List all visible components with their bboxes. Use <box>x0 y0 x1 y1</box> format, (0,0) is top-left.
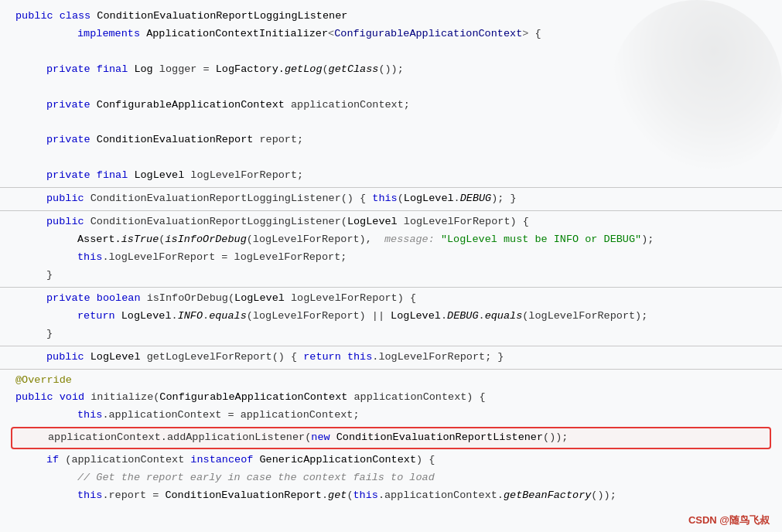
blank-line <box>0 114 782 132</box>
code-line: private boolean isInfoOrDebug(LogLevel l… <box>0 290 782 308</box>
code-line: return LogLevel.INFO.equals(logLevelForR… <box>0 308 782 326</box>
code-line: this.report = ConditionEvaluationReport.… <box>0 487 782 505</box>
keyword: return <box>77 309 121 325</box>
code-line: if (applicationContext instanceof Generi… <box>0 452 782 469</box>
code-line: public LogLevel getLogLevelForReport() {… <box>0 349 782 367</box>
code-container: public class ConditionEvaluationReportLo… <box>0 0 782 532</box>
generic-type: <ConfigurableApplicationContext> <box>328 26 528 43</box>
keyword: private <box>46 132 97 148</box>
code-line: this.logLevelForReport = logLevelForRepo… <box>0 249 782 267</box>
section-divider <box>0 346 782 346</box>
keyword: this <box>77 250 102 266</box>
code-line: @Override <box>0 372 782 390</box>
class-name: ConditionEvaluationReportLoggingListener <box>97 9 347 25</box>
keyword: private <box>46 291 97 307</box>
keyword: this <box>77 408 102 424</box>
keyword: implements <box>77 26 146 43</box>
code-line: private ConfigurableApplicationContext a… <box>0 97 782 114</box>
keyword: final <box>97 62 135 78</box>
code-line: implements ApplicationContextInitializer… <box>0 26 782 43</box>
keyword: instanceof <box>190 452 259 469</box>
bottom-bar: CSDN @随鸟飞叔 <box>0 509 782 532</box>
keyword: public <box>15 390 60 406</box>
section-divider <box>0 287 782 288</box>
annotation: @Override <box>15 373 72 389</box>
keyword: class <box>60 9 97 25</box>
keyword: public <box>15 9 60 25</box>
code-line: Assert.isTrue(isInfoOrDebug(logLevelForR… <box>0 231 782 249</box>
blank-line <box>0 149 782 167</box>
code-line: private ConditionEvaluationReport report… <box>0 131 782 149</box>
code-line: public ConditionEvaluationReportLoggingL… <box>0 213 782 231</box>
code-line: } <box>0 267 782 285</box>
keyword: private <box>46 62 97 78</box>
keyword: new <box>311 430 336 446</box>
keyword: final <box>97 168 135 184</box>
comment: // Get the report early in case the cont… <box>77 470 435 486</box>
keyword: if <box>46 452 65 469</box>
code-line: private final Log logger = LogFactory.ge… <box>0 61 782 79</box>
code-line: } <box>0 326 782 343</box>
blank-line <box>0 43 782 61</box>
code-line: public class ConditionEvaluationReportLo… <box>0 8 782 26</box>
class-name: ApplicationContextInitializer <box>146 26 328 43</box>
section-divider <box>0 210 782 211</box>
code-line: // Get the report early in case the cont… <box>0 469 782 487</box>
keyword: void <box>60 390 91 406</box>
highlighted-line: applicationContext.addApplicationListene… <box>11 427 771 449</box>
csdn-watermark: CSDN @随鸟飞叔 <box>688 513 770 527</box>
keyword: private <box>46 97 97 114</box>
keyword: this <box>77 488 102 504</box>
code-line: public void initialize(ConfigurableAppli… <box>0 389 782 407</box>
code-line: this.applicationContext = applicationCon… <box>0 407 782 425</box>
keyword: return <box>303 350 347 366</box>
keyword: this <box>353 488 378 504</box>
keyword: public <box>46 350 90 366</box>
keyword: public <box>46 191 90 207</box>
code-line: public ConditionEvaluationReportLoggingL… <box>0 190 782 208</box>
keyword: private <box>46 168 97 184</box>
keyword: this <box>347 350 372 366</box>
keyword: public <box>46 214 90 230</box>
blank-line <box>0 79 782 97</box>
section-divider <box>0 187 782 188</box>
code-line: private final LogLevel logLevelForReport… <box>0 167 782 185</box>
section-divider <box>0 369 782 370</box>
param-hint: message: <box>384 232 441 248</box>
this-keyword: this <box>372 191 397 207</box>
keyword: boolean <box>97 291 147 307</box>
